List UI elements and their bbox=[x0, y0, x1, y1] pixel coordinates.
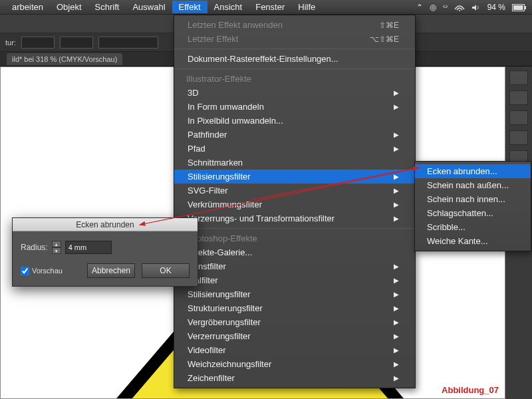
mi-vergr-berungsfilter[interactable]: Vergröberungsfilter▶ bbox=[174, 315, 415, 329]
mi-last-effect-apply: Letzten Effekt anwenden ⇧⌘E bbox=[174, 18, 415, 32]
mi-last-effect: Letzter Effekt ⌥⇧⌘E bbox=[174, 32, 415, 46]
chevron-right-icon: ▶ bbox=[394, 360, 399, 368]
chevron-right-icon: ▶ bbox=[394, 319, 399, 326]
mi-verkr-mmungsfilter[interactable]: Verkrümmungsfilter▶ bbox=[174, 198, 415, 211]
mi-effekte-galerie-[interactable]: Effekte-Galerie... bbox=[174, 245, 415, 259]
mi-label: Stilisierungsfilter bbox=[188, 289, 251, 299]
mi-stilisierungsfilter[interactable]: Stilisierungsfilter▶ bbox=[174, 287, 415, 301]
cancel-button[interactable]: Abbrechen bbox=[87, 263, 135, 278]
mi-label: Letzten Effekt anwenden bbox=[188, 20, 283, 30]
menu-separator bbox=[175, 68, 414, 69]
menu-item-effekt[interactable]: Effekt bbox=[172, 1, 207, 13]
stepper-up-icon[interactable]: ▲ bbox=[52, 241, 61, 247]
chevron-right-icon: ▶ bbox=[394, 305, 399, 312]
mi-label: Stilisierungsfilter bbox=[188, 172, 251, 182]
menu-item-hilfe[interactable]: Hilfe bbox=[291, 1, 322, 13]
mi-in-pixelbild-umwandeln-[interactable]: In Pixelbild umwandeln... bbox=[174, 114, 415, 128]
chevron-right-icon: ▶ bbox=[394, 277, 399, 284]
preview-checkbox-wrap[interactable]: Vorschau bbox=[21, 267, 63, 275]
menu-effekt-dropdown: Letzten Effekt anwenden ⇧⌘E Letzter Effe… bbox=[174, 15, 416, 388]
radius-input[interactable] bbox=[65, 241, 112, 254]
panel-icon-4[interactable] bbox=[509, 130, 528, 145]
dropbox-icon: ⌃ bbox=[416, 3, 423, 12]
preview-checkbox[interactable] bbox=[21, 267, 29, 275]
figure-caption: Abbildung_07 bbox=[442, 385, 499, 395]
chevron-right-icon: ▶ bbox=[394, 201, 399, 208]
mi-label: Zeichenfilter bbox=[188, 373, 235, 383]
chevron-right-icon: ▶ bbox=[394, 263, 399, 270]
menu-separator bbox=[175, 228, 414, 229]
submenu-item-schein-nach-au-en-[interactable]: Schein nach außen... bbox=[415, 178, 531, 192]
mi-svg-filter[interactable]: SVG-Filter▶ bbox=[174, 184, 415, 198]
radius-stepper[interactable]: ▲ ▼ bbox=[52, 241, 61, 254]
toolbar-field-2[interactable] bbox=[60, 37, 93, 49]
mi-label: Strukturierungsfilter bbox=[188, 303, 263, 313]
mi-label: Dokument-Rastereffekt-Einstellungen... bbox=[188, 54, 338, 64]
chevron-right-icon: ▶ bbox=[394, 131, 399, 138]
panel-icon-3[interactable] bbox=[509, 110, 528, 125]
mi-strukturierungsfilter[interactable]: Strukturierungsfilter▶ bbox=[174, 301, 415, 315]
panel-icon-1[interactable] bbox=[509, 70, 528, 85]
mi-pathfinder[interactable]: Pathfinder▶ bbox=[174, 128, 415, 142]
menu-separator bbox=[175, 49, 414, 49]
mi-label: Vergröberungsfilter bbox=[188, 317, 261, 327]
mi-malfilter[interactable]: Malfilter▶ bbox=[174, 273, 415, 287]
menu-item-arbeiten[interactable]: arbeiten bbox=[5, 1, 50, 13]
panel-icon-2[interactable] bbox=[509, 90, 528, 105]
mi-label: In Form umwandeln bbox=[188, 102, 264, 112]
svg-point-0 bbox=[459, 10, 460, 11]
menu-item-objekt[interactable]: Objekt bbox=[50, 1, 88, 13]
mi-3d[interactable]: 3D▶ bbox=[174, 86, 415, 100]
toolbar-field-3[interactable] bbox=[98, 37, 158, 49]
menu-item-auswahl[interactable]: Auswahl bbox=[126, 1, 172, 13]
submenu-item-scribble-[interactable]: Scribble... bbox=[415, 220, 531, 234]
mi-label: Letzter Effekt bbox=[188, 34, 238, 44]
mi-pfad[interactable]: Pfad▶ bbox=[174, 142, 415, 156]
section-header-illustrator: Illustrator-Effekte bbox=[174, 72, 415, 86]
mi-label: 3D bbox=[188, 88, 199, 98]
svg-rect-3 bbox=[525, 6, 526, 9]
chevron-right-icon: ▶ bbox=[394, 145, 399, 152]
menu-item-ansicht[interactable]: Ansicht bbox=[207, 1, 249, 13]
menu-item-fenster[interactable]: Fenster bbox=[249, 1, 291, 13]
submenu-stilisierungsfilter: Ecken abrunden...Schein nach außen...Sch… bbox=[414, 161, 531, 251]
document-tab[interactable]: ild* bei 318 % (CMYK/Vorschau) bbox=[7, 53, 122, 65]
submenu-item-schlagschatten-[interactable]: Schlagschatten... bbox=[415, 206, 531, 220]
mi-stilisierungsfilter[interactable]: Stilisierungsfilter▶ bbox=[174, 170, 415, 184]
menubar: arbeiten Objekt Schrift Auswahl Effekt A… bbox=[0, 0, 532, 15]
mi-in-form-umwandeln[interactable]: In Form umwandeln▶ bbox=[174, 100, 415, 114]
submenu-item-weiche-kante-[interactable]: Weiche Kante... bbox=[415, 234, 531, 248]
menu-item-schrift[interactable]: Schrift bbox=[88, 1, 126, 13]
mi-shortcut: ⇧⌘E bbox=[379, 21, 399, 30]
submenu-item-schein-nach-innen-[interactable]: Schein nach innen... bbox=[415, 192, 531, 206]
bluetooth-icon: ⌔ bbox=[443, 3, 448, 12]
mi-label: Pfad bbox=[188, 144, 205, 154]
mi-verzerrungsfilter[interactable]: Verzerrungsfilter▶ bbox=[174, 329, 415, 343]
mi-videofilter[interactable]: Videofilter▶ bbox=[174, 343, 415, 357]
wifi-icon bbox=[454, 3, 465, 12]
toolbar-field-1[interactable] bbox=[21, 37, 55, 49]
sync-icon: ◎ bbox=[430, 3, 436, 12]
mi-shortcut: ⌥⇧⌘E bbox=[370, 35, 399, 44]
mi-weichzeichnungsfilter[interactable]: Weichzeichnungsfilter▶ bbox=[174, 357, 415, 371]
battery-percent: 94 % bbox=[487, 3, 505, 12]
mi-zeichenfilter[interactable]: Zeichenfilter▶ bbox=[174, 371, 415, 385]
chevron-right-icon: ▶ bbox=[394, 374, 399, 382]
chevron-right-icon: ▶ bbox=[394, 103, 399, 110]
mi-label: Verkrümmungsfilter bbox=[188, 200, 262, 209]
mi-kunstfilter[interactable]: Kunstfilter▶ bbox=[174, 259, 415, 273]
volume-icon bbox=[471, 3, 481, 12]
dialog-ecken-abrunden: Ecken abrunden Radius: ▲ ▼ Vorschau Abbr… bbox=[12, 217, 198, 287]
chevron-right-icon: ▶ bbox=[394, 332, 399, 340]
ok-button[interactable]: OK bbox=[142, 263, 190, 278]
mi-raster-settings[interactable]: Dokument-Rastereffekt-Einstellungen... bbox=[174, 52, 415, 66]
stepper-down-icon[interactable]: ▼ bbox=[52, 247, 61, 254]
mi-verzerrungs-und-transformationsfilter[interactable]: Verzerrungs- und Transformationsfilter▶ bbox=[174, 211, 415, 225]
mi-label: Weichzeichnungsfilter bbox=[188, 359, 271, 369]
mi-schnittmarken[interactable]: Schnittmarken bbox=[174, 156, 415, 170]
chevron-right-icon: ▶ bbox=[394, 187, 399, 194]
svg-rect-2 bbox=[513, 5, 523, 10]
mi-label: Pathfinder bbox=[188, 130, 227, 140]
submenu-item-ecken-abrunden-[interactable]: Ecken abrunden... bbox=[415, 164, 531, 178]
section-header-photoshop: Photoshop-Effekte bbox=[174, 231, 415, 245]
